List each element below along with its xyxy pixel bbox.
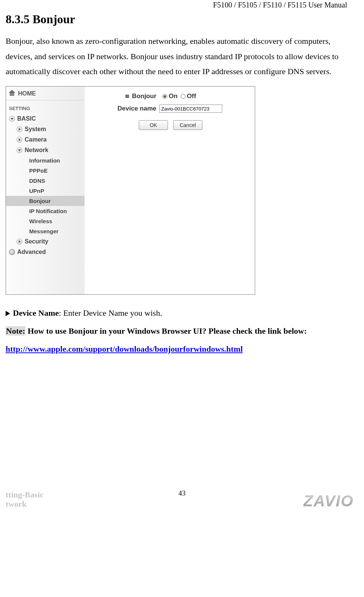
section-title: 8.3.5 Bonjour [6,12,358,26]
sidebar-item-wireless[interactable]: Wireless [6,216,85,226]
note-text: How to use Bonjour in your Windows Brows… [25,326,307,336]
sidebar-basic[interactable]: BASIC [6,113,85,124]
sidebar-item-network[interactable]: Network [6,145,85,155]
ok-button[interactable]: OK [139,120,168,130]
sidebar-basic-label: BASIC [17,115,36,122]
sidebar-item-information[interactable]: Information [6,155,85,166]
radio-on-label: On [169,93,178,100]
menu-icon [125,96,129,97]
bonjour-download-link[interactable]: http://www.apple.com/support/downloads/b… [6,344,243,354]
radio-on[interactable] [162,94,167,99]
sidebar-home[interactable]: HOME [6,87,85,100]
device-name-label: Device name [117,105,156,112]
sidebar-item-security[interactable]: Security [6,236,85,247]
sidebar-item-label: Network [25,147,48,154]
sidebar: HOME SETTING BASIC System Camera Network… [6,87,85,294]
device-name-input[interactable] [159,104,222,113]
sidebar-item-label: Security [25,238,48,245]
home-label: HOME [18,90,36,97]
embedded-ui: HOME SETTING BASIC System Camera Network… [6,86,255,295]
main-panel: Bonjour On Off Device name OK Cancel [85,87,255,136]
sidebar-advanced[interactable]: Advanced [6,247,85,257]
sidebar-item-ddns[interactable]: DDNS [6,176,85,186]
note-line: Note: How to use Bonjour in your Windows… [6,323,358,339]
chevron-right-icon [16,137,22,143]
sidebar-setting-header: SETTING [6,100,85,113]
sidebar-item-label: UPnP [29,188,44,194]
device-name-note: Device Name: Enter Device Name you wish. [6,305,358,321]
sidebar-item-label: System [25,126,46,133]
device-name-row: Device name [88,104,251,113]
sidebar-item-bonjour[interactable]: Bonjour [6,196,85,206]
radio-off[interactable] [181,94,186,99]
sidebar-item-label: IP Notification [29,208,67,214]
home-icon [9,91,16,97]
sidebar-item-label: Information [29,157,60,164]
page-footer: tting-Basic twork 43 ZAVIO [6,484,358,510]
bullet-icon [6,311,10,316]
sidebar-advanced-label: Advanced [17,249,46,255]
sidebar-item-messenger[interactable]: Messenger [6,226,85,236]
sidebar-item-label: Camera [25,136,47,143]
sidebar-item-label: DDNS [29,178,45,184]
chevron-down-icon [9,116,15,122]
radio-off-label: Off [187,93,196,100]
bonjour-row: Bonjour On Off [88,93,251,100]
chevron-down-icon [16,147,22,153]
section-intro: Bonjour, also known as zero-configuratio… [6,34,358,79]
sidebar-item-label: Wireless [29,218,52,224]
manual-header: F5100 / F5105 / F5110 / F5115 User Manua… [6,0,358,9]
sidebar-item-label: Messenger [29,228,58,234]
sidebar-item-ip-notification[interactable]: IP Notification [6,206,85,216]
sidebar-item-label: Bonjour [29,198,51,204]
chevron-right-icon [16,239,22,245]
button-row: OK Cancel [107,120,234,130]
bonjour-label: Bonjour [132,93,156,100]
note-chip: Note: [6,326,25,336]
footer-watermark-line2: twork [6,499,43,509]
sidebar-item-upnp[interactable]: UPnP [6,186,85,196]
sidebar-item-system[interactable]: System [6,124,85,134]
chevron-right-icon [16,126,22,132]
sidebar-item-pppoe[interactable]: PPPoE [6,166,85,176]
sidebar-item-label: PPPoE [29,167,48,174]
gear-icon [9,249,15,255]
brand-logo: ZAVIO [303,492,354,510]
device-name-note-bold: Device Name [13,308,59,318]
cancel-button[interactable]: Cancel [173,120,202,130]
device-name-note-rest: : Enter Device Name you wish. [59,308,162,318]
sidebar-item-camera[interactable]: Camera [6,134,85,145]
